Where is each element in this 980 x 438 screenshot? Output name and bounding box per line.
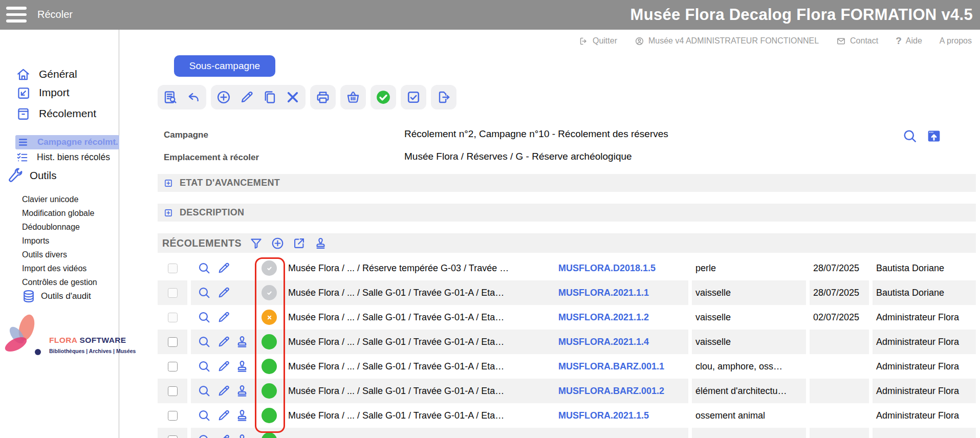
apropos-link[interactable]: A propos: [940, 36, 972, 46]
hamburger-menu-icon[interactable]: [6, 7, 27, 23]
add-button[interactable]: [215, 89, 232, 106]
edit-button[interactable]: [238, 89, 255, 106]
open-window-button[interactable]: [926, 128, 942, 144]
main-cell: Musée Flora / ... / Salle G-01 / Travée …: [191, 330, 688, 354]
expand-plus-icon[interactable]: [164, 179, 173, 188]
add-recolement-icon[interactable]: [271, 236, 285, 250]
sidebar-item-general[interactable]: Général: [16, 65, 77, 83]
row-view-button[interactable]: [197, 335, 211, 349]
status-icon: [262, 383, 277, 399]
toolbar-group-select: [401, 85, 426, 110]
row-checkbox[interactable]: [168, 411, 178, 421]
row-edit-button[interactable]: [216, 261, 231, 275]
row-object-number-link[interactable]: MUSFLORA.2021.1.4: [558, 337, 649, 347]
filter-funnel-icon[interactable]: [249, 236, 263, 250]
row-edit-button[interactable]: [216, 433, 231, 438]
database-icon: [21, 289, 36, 303]
sidebar-tool-item[interactable]: Imports: [22, 234, 97, 248]
row-location: Musée Flora / ... / Salle G-01 / Travée …: [288, 288, 544, 298]
section-description[interactable]: DESCRIPTION: [158, 204, 976, 222]
row-object-number-link[interactable]: MUSFLORA.BARZ.001.1: [558, 361, 664, 372]
export-button[interactable]: [435, 89, 452, 106]
sidebar-tool-item[interactable]: Clavier unicode: [22, 192, 97, 206]
row-checkbox[interactable]: [168, 313, 178, 322]
sidebar-tool-item[interactable]: Outils divers: [22, 248, 97, 261]
delete-button[interactable]: [284, 89, 301, 106]
user-icon: [635, 36, 644, 46]
toolbar-group-validate: [371, 85, 396, 110]
row-stamp-icon[interactable]: [235, 433, 249, 438]
status-icon: [262, 310, 277, 325]
emplacement-label: Emplacement à récoler: [164, 152, 259, 163]
row-stamp-icon[interactable]: [235, 384, 249, 398]
row-checkbox[interactable]: [168, 264, 178, 273]
sidebar-tool-item[interactable]: Modification globale: [22, 206, 97, 220]
row-checkbox[interactable]: [168, 288, 178, 298]
sidebar-item-campagne-recolement-active[interactable]: Campagne récolmt.: [15, 135, 119, 149]
quitter-link[interactable]: Quitter: [579, 36, 617, 46]
user-menu[interactable]: Musée v4 ADMINISTRATEUR FONCTIONNEL: [635, 36, 819, 46]
aide-link[interactable]: ? Aide: [896, 35, 922, 47]
copy-button[interactable]: [261, 89, 278, 106]
contact-link[interactable]: Contact: [836, 36, 878, 46]
sidebar-item-hist-biens-recoles[interactable]: Hist. biens récolés: [16, 150, 110, 164]
row-view-button[interactable]: [197, 433, 211, 438]
section-label: ETAT D'AVANCEMENT: [180, 178, 280, 188]
window-title: Musée Flora Decalog Flora FORMATION v4.5: [630, 6, 973, 24]
row-edit-button[interactable]: [216, 335, 231, 349]
row-edit-button[interactable]: [216, 286, 231, 300]
row-location: Musée Flora / ... / Salle G-01 / Travée …: [288, 337, 544, 347]
row-edit-button[interactable]: [216, 310, 231, 324]
row-stamp-icon[interactable]: [235, 408, 249, 423]
stamp-all-icon[interactable]: [314, 236, 328, 250]
expand-plus-icon[interactable]: [164, 208, 173, 217]
flora-software-logo: FLORA SOFTWARE Bibliothèques | Archives …: [2, 312, 118, 359]
row-view-button[interactable]: [197, 359, 211, 374]
row-object-number-link[interactable]: MUSFLORA.2021.1.2: [558, 312, 649, 323]
row-view-button[interactable]: [197, 310, 211, 324]
row-view-button[interactable]: [197, 261, 211, 275]
select-button[interactable]: [405, 89, 422, 106]
row-edit-button[interactable]: [216, 408, 231, 423]
row-checkbox[interactable]: [168, 362, 178, 371]
sidebar-tool-item[interactable]: Contrôles de gestion: [22, 275, 97, 289]
row-checkbox[interactable]: [168, 435, 178, 438]
status-icon: [262, 408, 277, 423]
row-object-number-link[interactable]: MUSFLORA.2021.1.5: [558, 410, 649, 421]
sidebar-item-import[interactable]: Import: [16, 84, 70, 101]
search-button[interactable]: [902, 128, 918, 144]
row-checkbox[interactable]: [168, 337, 178, 347]
row-view-button[interactable]: [197, 286, 211, 300]
row-stamp-icon[interactable]: [235, 335, 249, 349]
row-object-number-link[interactable]: MUSFLORA.2021.1.1: [558, 288, 649, 298]
audit-label: Outils d'audit: [41, 291, 91, 301]
section-etat-avancement[interactable]: ETAT D'AVANCEMENT: [158, 174, 976, 192]
module-title: Récoler: [37, 9, 73, 20]
checkbox-cell: [158, 256, 187, 280]
wrench-icon: [6, 167, 23, 184]
row-view-button[interactable]: [197, 408, 211, 423]
basket-button[interactable]: [344, 89, 362, 106]
row-stamp-icon[interactable]: [235, 359, 249, 374]
row-checkbox[interactable]: [168, 386, 178, 396]
sidebar-tool-item[interactable]: Import des vidéos: [22, 261, 97, 275]
checkbox-cell: [158, 354, 187, 379]
external-link-icon[interactable]: [292, 236, 306, 250]
sidebar-item-recolement[interactable]: Récolement: [16, 105, 96, 122]
recolements-table: Musée Flora / ... / Réserve tempérée G-0…: [158, 256, 976, 438]
sidebar-tool-item[interactable]: Dédoublonnage: [22, 220, 97, 234]
tab-sous-campagne[interactable]: Sous-campagne: [174, 55, 275, 77]
row-edit-button[interactable]: [216, 359, 231, 374]
sidebar-item-outils[interactable]: Outils: [6, 167, 56, 184]
status-icon: [262, 285, 277, 300]
list-search-button[interactable]: [162, 89, 179, 106]
row-edit-button[interactable]: [216, 384, 231, 398]
sidebar-item-outils-audit[interactable]: Outils d'audit: [21, 289, 91, 304]
undo-button[interactable]: [185, 89, 202, 106]
validate-button[interactable]: [375, 89, 392, 106]
checkbox-cell: [158, 280, 187, 305]
row-view-button[interactable]: [197, 384, 211, 398]
row-object-number-link[interactable]: MUSFLORA.D2018.1.5: [558, 263, 656, 274]
row-object-number-link[interactable]: MUSFLORA.BARZ.001.2: [558, 386, 664, 397]
print-button[interactable]: [314, 89, 332, 106]
